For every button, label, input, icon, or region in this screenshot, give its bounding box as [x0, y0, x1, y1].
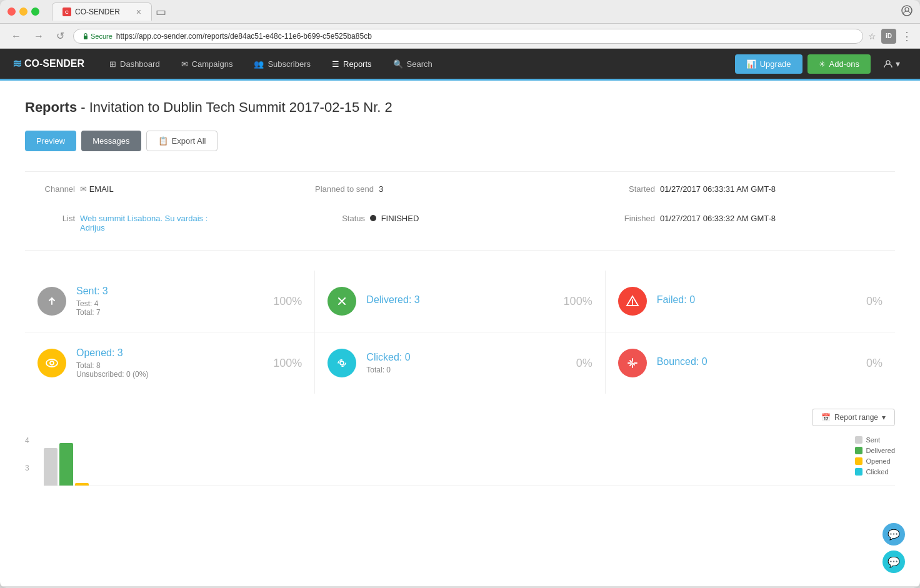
stat-sub1-3: Total: 8	[76, 361, 263, 370]
logo[interactable]: ≋ CO-SENDER	[12, 57, 84, 71]
chart-y-label-4: 4	[25, 436, 29, 445]
back-button[interactable]: ←	[8, 28, 25, 44]
stat-card-5[interactable]: Bounced: 00%	[606, 332, 895, 394]
stat-title-2: Failed: 0	[657, 294, 856, 306]
chart-bar-sent	[44, 448, 58, 486]
svg-rect-2	[84, 36, 88, 39]
search-icon: 🔍	[393, 59, 403, 69]
nav-reports[interactable]: ☰ Reports	[322, 54, 382, 74]
chart-container: 4 3 SentDeliveredOpenedClicked	[25, 436, 895, 486]
url-bar[interactable]: Secure https://app.co-sender.com/reports…	[73, 29, 863, 44]
chevron-down-icon: ▾	[882, 413, 886, 422]
channel-value: ✉ EMAIL	[80, 184, 114, 194]
list-row: List Web summit Lisabona. Su vardais : A…	[25, 214, 315, 232]
finished-label: Finished	[605, 214, 655, 223]
stat-percent-1: 100%	[564, 295, 592, 308]
stat-card-3[interactable]: Opened: 3Total: 8Unsubscribed: 0 (0%)100…	[25, 332, 314, 394]
legend-item-3: Clicked	[855, 468, 895, 476]
user-menu[interactable]: ▾	[876, 54, 908, 74]
legend-item-0: Sent	[855, 436, 895, 444]
status-dot	[370, 215, 376, 221]
main-content: Reports - Invitation to Dublin Tech Summ…	[0, 81, 920, 505]
legend-label-3: Clicked	[866, 468, 889, 476]
export-all-button[interactable]: 📋 Export All	[146, 131, 218, 151]
nav-right: 📊 Upgrade ✳ Add-ons ▾	[735, 54, 908, 74]
planned-row: Planned to send 3	[315, 184, 605, 194]
logo-icon: ≋	[12, 57, 22, 71]
calendar-icon: 📅	[821, 413, 831, 422]
nav-campaigns[interactable]: ✉ Campaigns	[171, 54, 243, 74]
legend-dot-3	[855, 468, 862, 476]
stat-card-2[interactable]: Failed: 00%	[606, 271, 895, 332]
traffic-lights	[8, 7, 39, 16]
chart-bar-opened	[75, 483, 89, 486]
legend-dot-1	[855, 447, 862, 454]
new-tab-button[interactable]: ▭	[152, 3, 169, 21]
upgrade-button[interactable]: 📊 Upgrade	[735, 54, 802, 74]
nav-search[interactable]: 🔍 Search	[383, 54, 442, 74]
svg-point-5	[46, 359, 58, 367]
extension-button[interactable]: iD	[881, 29, 896, 44]
stat-card-1[interactable]: Delivered: 3100%	[315, 271, 604, 332]
stat-sub2-3: Unsubscribed: 0 (0%)	[76, 370, 263, 379]
preview-button[interactable]: Preview	[25, 131, 76, 151]
stat-sub2-0: Total: 7	[76, 308, 263, 317]
status-value: FINISHED	[370, 214, 419, 223]
browser-window: C CO-SENDER × ▭ ← → ↺ Secure https://app…	[0, 0, 920, 588]
svg-point-6	[50, 361, 54, 365]
tab-bar: C CO-SENDER × ▭	[52, 2, 896, 21]
search-label: Search	[407, 59, 432, 69]
close-window-button[interactable]	[8, 7, 16, 16]
active-tab[interactable]: C CO-SENDER ×	[52, 2, 152, 21]
legend-label-0: Sent	[866, 436, 881, 444]
email-icon: ✉	[80, 184, 89, 194]
browser-titlebar: C CO-SENDER × ▭	[0, 0, 920, 24]
stat-icon-1	[328, 287, 356, 316]
browser-menu-button[interactable]: ⋮	[901, 29, 912, 43]
stat-info-5: Bounced: 0	[657, 356, 856, 370]
maximize-window-button[interactable]	[31, 7, 39, 16]
support-button[interactable]: 💬	[882, 551, 905, 573]
report-range-button[interactable]: 📅 Report range ▾	[812, 409, 895, 426]
nav-subscribers[interactable]: 👥 Subscribers	[244, 54, 321, 74]
reports-icon: ☰	[332, 59, 339, 69]
user-profile-icon[interactable]	[901, 5, 912, 18]
stat-title-3: Opened: 3	[76, 347, 263, 359]
forward-button[interactable]: →	[30, 28, 48, 44]
legend-dot-0	[855, 436, 862, 444]
app-container: ≋ CO-SENDER ⊞ Dashboard ✉ Campaigns 👥 Su…	[0, 49, 920, 586]
addons-button[interactable]: ✳ Add-ons	[808, 54, 871, 74]
bookmark-button[interactable]: ☆	[868, 31, 876, 41]
stat-card-4[interactable]: Clicked: 0Total: 00%	[315, 332, 604, 394]
upgrade-icon: 📊	[746, 59, 756, 69]
status-row: Status FINISHED	[315, 214, 605, 223]
chart-bars	[44, 436, 895, 486]
stat-info-1: Delivered: 3	[366, 294, 553, 308]
stat-icon-3	[38, 349, 66, 377]
stat-title-0: Sent: 3	[76, 286, 263, 297]
svg-point-1	[905, 7, 909, 11]
tab-close-button[interactable]: ×	[136, 7, 141, 17]
subscribers-label: Subscribers	[268, 59, 311, 69]
stat-sub1-4: Total: 0	[366, 366, 566, 374]
stat-icon-5	[618, 349, 647, 377]
nav-items: ⊞ Dashboard ✉ Campaigns 👥 Subscribers ☰ …	[99, 54, 442, 74]
app-nav: ≋ CO-SENDER ⊞ Dashboard ✉ Campaigns 👥 Su…	[0, 49, 920, 79]
stat-card-0[interactable]: Sent: 3Test: 4Total: 7100%	[25, 271, 314, 332]
reload-button[interactable]: ↺	[52, 27, 68, 44]
messages-button[interactable]: Messages	[81, 131, 141, 151]
addons-icon: ✳	[819, 59, 826, 69]
stat-title-1: Delivered: 3	[366, 294, 553, 306]
nav-dashboard[interactable]: ⊞ Dashboard	[99, 54, 170, 74]
chat-button[interactable]: 💬	[882, 523, 905, 546]
finished-row: Finished 01/27/2017 06:33:32 AM GMT-8	[605, 214, 895, 223]
stat-percent-5: 0%	[866, 357, 882, 370]
secure-badge: Secure	[82, 32, 112, 40]
stat-info-3: Opened: 3Total: 8Unsubscribed: 0 (0%)	[76, 347, 263, 379]
legend-label-2: Opened	[866, 457, 891, 465]
report-range-bar: 📅 Report range ▾	[25, 409, 895, 426]
finished-value: 01/27/2017 06:33:32 AM GMT-8	[660, 214, 776, 223]
stats-grid: Sent: 3Test: 4Total: 7100%Delivered: 310…	[25, 271, 895, 394]
minimize-window-button[interactable]	[19, 7, 28, 16]
subscribers-icon: 👥	[254, 59, 264, 69]
